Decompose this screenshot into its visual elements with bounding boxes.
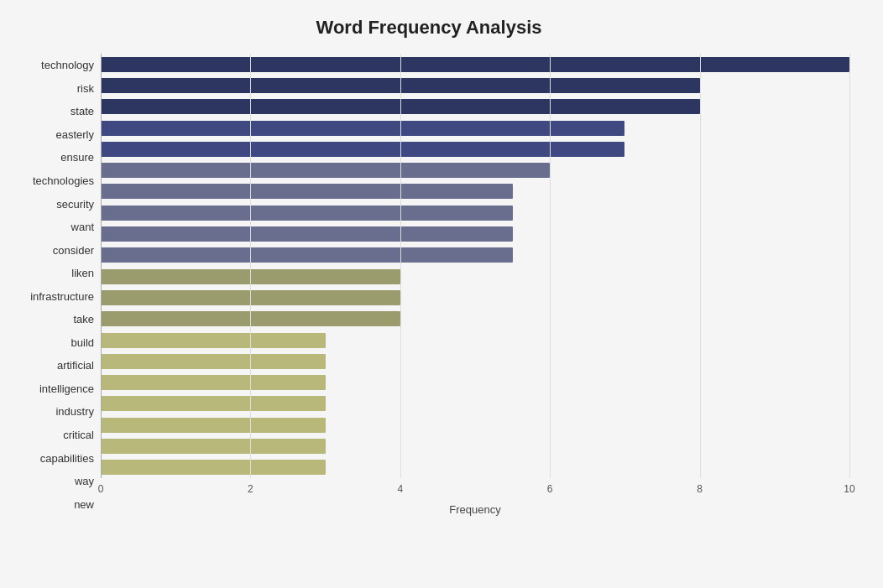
y-label: want [71, 218, 94, 237]
bars-container [101, 54, 849, 478]
bar-row [101, 76, 849, 95]
x-axis-label: Frequency [101, 503, 849, 516]
bar-row [101, 140, 849, 159]
bar-row [101, 246, 849, 264]
bar [101, 460, 326, 475]
bar-row [101, 289, 849, 307]
bar [101, 439, 326, 454]
grid-lines [101, 54, 849, 478]
x-ticks: 0246810 [101, 483, 849, 500]
bar [101, 226, 513, 242]
y-label: technology [41, 56, 94, 75]
bar-row [101, 331, 849, 350]
y-label: state [71, 102, 94, 121]
y-label: capabilities [40, 449, 94, 467]
bar [101, 121, 624, 136]
y-label: easterly [55, 125, 94, 143]
bar [101, 354, 326, 369]
chart-container: Word Frequency Analysis technologyriskst… [0, 0, 883, 588]
chart-title: Word Frequency Analysis [8, 17, 849, 39]
bar [101, 206, 513, 221]
bar-row [101, 55, 849, 74]
bar-row [101, 437, 849, 455]
grid-line [400, 54, 401, 478]
bar [101, 78, 700, 93]
grid-line [700, 54, 701, 478]
y-label: way [75, 472, 94, 491]
bar [101, 142, 624, 157]
bar [101, 396, 326, 411]
bar-row [101, 97, 849, 116]
y-label: consider [53, 241, 94, 259]
bar-row [101, 161, 849, 180]
bar-row [101, 225, 849, 243]
bar-row [101, 416, 849, 434]
bar [101, 290, 400, 305]
plot-area: 0246810 Frequency [101, 54, 849, 516]
bar [101, 311, 400, 326]
y-label: industry [55, 403, 94, 421]
y-axis: technologyriskstateeasterlyensuretechnol… [8, 54, 101, 516]
grid-line [550, 54, 551, 478]
bar-row [101, 268, 849, 286]
y-label: artificial [57, 356, 94, 375]
y-label: critical [63, 426, 94, 445]
bar-row [101, 119, 849, 138]
bar [101, 99, 700, 114]
x-tick-label: 0 [98, 483, 104, 495]
bar [101, 333, 326, 348]
bar-row [101, 373, 849, 392]
bar-row [101, 310, 849, 328]
bar-row [101, 394, 849, 413]
y-label: build [71, 333, 94, 351]
x-tick-label: 2 [248, 483, 253, 495]
grid-line [849, 54, 850, 478]
bar [101, 247, 513, 263]
bar [101, 57, 849, 72]
bar [101, 269, 400, 284]
y-label: technologies [33, 172, 94, 190]
x-tick-label: 6 [547, 483, 553, 495]
bar-row [101, 182, 849, 200]
y-label: ensure [60, 148, 94, 167]
y-label: security [56, 195, 94, 213]
bar [101, 418, 326, 433]
x-tick-label: 10 [844, 483, 854, 495]
x-axis: 0246810 Frequency [101, 483, 849, 516]
y-label: liken [71, 264, 94, 283]
y-label: risk [77, 79, 94, 97]
y-label: intelligence [39, 379, 94, 398]
x-tick-label: 4 [397, 483, 403, 495]
bar-row [101, 352, 849, 371]
y-label: take [73, 310, 94, 329]
bar [101, 375, 326, 390]
bar [101, 163, 550, 178]
grid-line [250, 54, 251, 478]
grid-line [101, 54, 102, 478]
bar-row [101, 458, 849, 476]
chart-body: technologyriskstateeasterlyensuretechnol… [8, 54, 849, 516]
bar [101, 184, 513, 199]
bar-row [101, 204, 849, 222]
y-label: infrastructure [30, 287, 94, 305]
y-label: new [74, 495, 94, 513]
x-tick-label: 8 [697, 483, 703, 495]
